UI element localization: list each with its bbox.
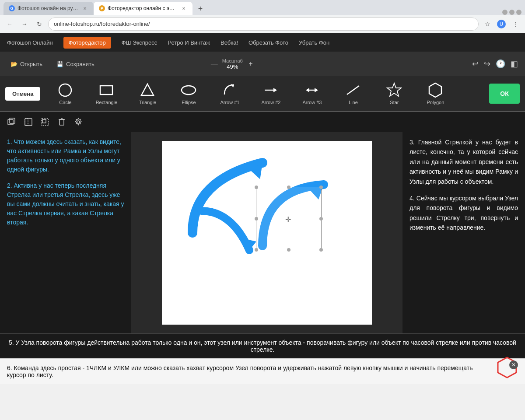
save-icon: 💾: [56, 61, 63, 67]
tab2-close[interactable]: ✕: [180, 5, 187, 12]
shape-circle[interactable]: Circle: [46, 78, 85, 109]
tab1-label: Фотошоп онлайн на русском -: [18, 5, 79, 11]
open-button[interactable]: 📂 Открыть: [7, 59, 46, 69]
shape-arrow1[interactable]: Arrow #1: [210, 78, 249, 109]
svg-rect-13: [8, 119, 13, 125]
redo-button[interactable]: ↪: [484, 59, 490, 69]
toolbar-right: ↩ ↪ 🕐 ◧: [472, 59, 518, 69]
svg-rect-14: [10, 118, 15, 123]
new-tab-button[interactable]: +: [194, 3, 206, 15]
svg-rect-15: [25, 119, 28, 126]
back-button[interactable]: ←: [4, 18, 16, 30]
handle-bl[interactable]: [255, 248, 258, 252]
handle-bm[interactable]: [287, 248, 290, 252]
forward-button[interactable]: →: [18, 18, 31, 30]
address-bar[interactable]: online-fotoshop.ru/fotoredaktor-online/: [48, 18, 479, 31]
arrow1-icon: [222, 82, 238, 98]
triangle-icon: [140, 82, 155, 98]
site-nav-webcam[interactable]: Вебка!: [220, 39, 238, 46]
maximize-btn[interactable]: [509, 10, 514, 15]
tab-2[interactable]: P Фоторедактор онлайн с эффект... ✕: [94, 2, 192, 15]
left-text-1: 1. Что можем здесь сказать, как видите, …: [7, 137, 124, 174]
left-toolbar: [0, 112, 525, 132]
left-panel: 1. Что можем здесь сказать, как видите, …: [0, 132, 131, 333]
cancel-button[interactable]: Отмена: [5, 87, 40, 101]
svg-point-3: [182, 86, 196, 94]
shape-rectangle[interactable]: Rectangle: [87, 78, 126, 109]
shape-arrow2[interactable]: Arrow #2: [251, 78, 290, 109]
bookmark-button[interactable]: ☆: [481, 18, 494, 30]
bottom-info-bar: 5. У Узла поворота фигуры действительна …: [0, 333, 525, 358]
svg-marker-9: [306, 88, 309, 92]
handle-tr[interactable]: [319, 186, 323, 189]
select-partial-tool[interactable]: [22, 116, 35, 129]
tab2-label: Фоторедактор онлайн с эффект...: [108, 5, 178, 11]
refresh-button[interactable]: ↻: [33, 18, 46, 30]
shape-arrow2-label: Arrow #2: [261, 100, 280, 105]
delete-tool[interactable]: [55, 116, 68, 129]
shape-star[interactable]: Star: [374, 78, 414, 109]
shape-polygon[interactable]: Polygon: [416, 78, 455, 109]
close-btn[interactable]: [516, 10, 522, 15]
duplicate-tool[interactable]: [5, 116, 18, 129]
handle-lm[interactable]: [255, 217, 258, 220]
shape-rectangle-label: Rectangle: [96, 100, 118, 105]
site-nav-express[interactable]: ФШ Экспресс: [122, 39, 158, 46]
site-nav-fotoredaktor[interactable]: Фоторедактор: [63, 37, 111, 49]
settings-icon: [74, 118, 83, 126]
bottom-text-1: 5. У Узла поворота фигуры действительна …: [7, 339, 518, 353]
shape-circle-label: Circle: [59, 100, 71, 105]
scale-plus-button[interactable]: +: [246, 60, 255, 68]
svg-rect-1: [100, 86, 112, 94]
shape-arrow3-label: Arrow #3: [302, 100, 322, 105]
site-nav-crop[interactable]: Обрезать Фото: [248, 39, 288, 46]
shape-line[interactable]: Line: [333, 78, 373, 109]
select-partial-icon: [24, 118, 33, 126]
shape-arrow3[interactable]: Arrow #3: [292, 78, 332, 109]
crop-tool[interactable]: [38, 116, 52, 129]
shape-triangle[interactable]: Triangle: [128, 78, 167, 109]
shape-star-label: Star: [390, 100, 399, 105]
save-button[interactable]: 💾 Сохранить: [53, 59, 98, 69]
handle-tm[interactable]: [287, 186, 290, 189]
shape-ellipse[interactable]: Ellipse: [169, 78, 208, 109]
site-nav-fotoshop[interactable]: Фотошоп Онлайн: [7, 39, 53, 46]
site-nav: Фотошоп Онлайн Фоторедактор ФШ Экспресс …: [0, 33, 525, 52]
scale-minus-button[interactable]: —: [210, 60, 219, 68]
line-icon: [345, 82, 361, 98]
settings-tool[interactable]: [72, 116, 85, 129]
layers-button[interactable]: ◧: [511, 59, 518, 69]
minimize-btn[interactable]: [502, 10, 508, 15]
shape-polygon-label: Polygon: [427, 100, 444, 105]
shape-arrow1-label: Arrow #1: [220, 100, 239, 105]
right-panel: 3. Главной Стрелкой у нас будет в листе,…: [402, 132, 525, 333]
arrow2-icon: [263, 82, 279, 98]
rectangle-icon: [98, 82, 114, 98]
canvas[interactable]: ✛: [162, 141, 372, 325]
svg-marker-8: [315, 88, 318, 92]
site-nav-remove-bg[interactable]: Убрать Фон: [299, 39, 329, 46]
polygon-icon: [427, 82, 443, 98]
handle-br[interactable]: [319, 248, 323, 252]
site-nav-retro[interactable]: Ретро И Винтаж: [168, 39, 210, 46]
history-button[interactable]: 🕐: [496, 59, 505, 69]
tab1-close[interactable]: ✕: [81, 5, 88, 12]
svg-rect-16: [25, 119, 32, 126]
handle-tl[interactable]: [255, 186, 258, 189]
account-button[interactable]: U: [495, 18, 508, 30]
tab1-favicon: G: [9, 5, 15, 11]
undo-button[interactable]: ↩: [472, 59, 479, 69]
move-cursor: ✛: [285, 215, 291, 224]
scale-value: 49%: [222, 63, 243, 70]
shape-ellipse-label: Ellipse: [182, 100, 196, 105]
tab-1[interactable]: G Фотошоп онлайн на русском - ✕: [4, 2, 94, 15]
ellipse-icon: [181, 82, 196, 98]
duplicate-icon: [7, 118, 16, 126]
handle-rm[interactable]: [319, 217, 323, 220]
menu-button[interactable]: ⋮: [509, 18, 522, 30]
delete-icon: [57, 118, 66, 126]
svg-marker-2: [141, 84, 154, 95]
ok-button[interactable]: ОК: [489, 84, 520, 104]
nav-actions: ☆ U ⋮: [481, 18, 522, 30]
close-bottom-bar[interactable]: ✕: [509, 360, 518, 369]
